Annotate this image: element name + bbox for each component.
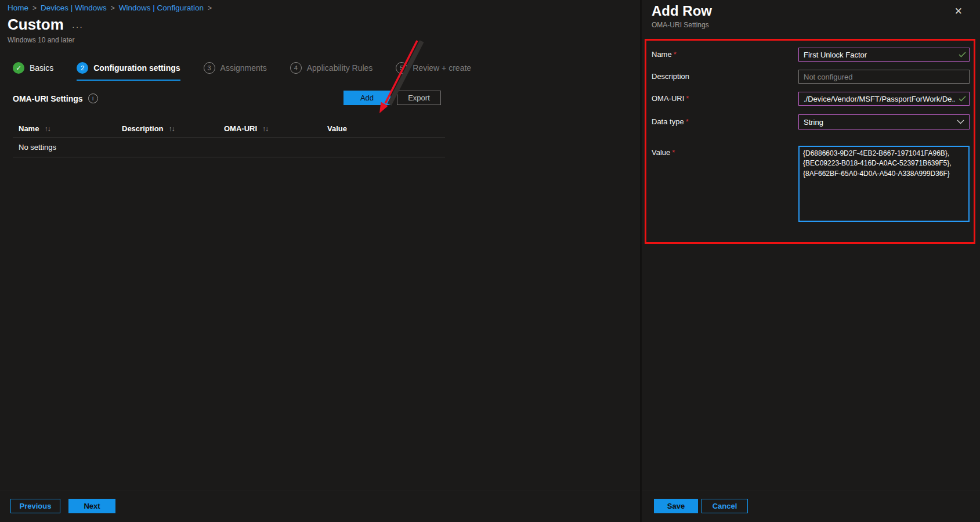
breadcrumb-windows-configuration[interactable]: Windows | Configuration [119,3,204,12]
column-header-description[interactable]: Description ↑↓ [116,124,218,133]
column-label: Value [327,124,347,133]
more-options-icon[interactable]: ··· [72,22,84,31]
breadcrumb-separator: > [111,4,115,12]
required-marker: * [674,50,677,59]
breadcrumb-separator: > [208,4,212,12]
panel-title: Add Row [652,3,712,19]
oma-uri-settings-table: Name ↑↓ Description ↑↓ OMA-URI ↑↓ Value … [13,120,445,157]
column-header-oma-uri[interactable]: OMA-URI ↑↓ [218,124,321,133]
description-field-wrap [798,70,970,84]
column-label: Description [122,124,164,133]
empty-table-message: No settings [13,138,445,157]
step-complete-icon: ✓ [13,62,24,74]
label-text: Data type [652,117,684,126]
selected-value: String [804,118,823,127]
sort-icon: ↑↓ [169,125,175,133]
label-text: Value [652,148,670,157]
sort-icon: ↑↓ [44,125,50,133]
oma-uri-settings-heading: OMA-URI Settings i [13,93,98,103]
page-subtitle: Windows 10 and later [8,36,74,44]
step-configuration-settings[interactable]: 2 Configuration settings [77,62,180,81]
column-label: OMA-URI [224,124,257,133]
oma-uri-input[interactable] [798,92,970,106]
column-label: Name [19,124,39,133]
column-header-value[interactable]: Value [321,124,445,133]
label-text: Description [652,72,689,81]
step-label: Review + create [413,63,471,73]
cancel-button[interactable]: Cancel [701,499,748,513]
step-review-create[interactable]: 5 Review + create [396,62,471,81]
oma-uri-field-wrap [798,92,970,106]
label-text: OMA-URI [652,94,684,103]
valid-check-icon [959,52,966,57]
step-number-icon: 2 [77,62,88,74]
chevron-down-icon [957,120,964,124]
data-type-field-label: Data type* [652,117,689,126]
step-label: Assignments [220,63,267,73]
export-button[interactable]: Export [397,91,441,105]
close-icon[interactable]: ✕ [954,5,963,17]
data-type-field-wrap: String [798,114,970,129]
breadcrumb: Home > Devices | Windows > Windows | Con… [8,3,212,12]
intune-configuration-page: Home > Devices | Windows > Windows | Con… [0,0,980,522]
panel-footer: Save Cancel [642,491,980,522]
add-button[interactable]: Add [343,91,390,105]
label-text: Name [652,50,672,59]
step-applicability-rules[interactable]: 4 Applicability Rules [290,62,373,81]
section-title: OMA-URI Settings [13,94,83,103]
panel-subtitle: OMA-URI Settings [652,21,709,29]
required-marker: * [672,148,675,157]
breadcrumb-home[interactable]: Home [8,3,28,12]
previous-button[interactable]: Previous [10,499,60,513]
step-number-icon: 3 [204,62,215,74]
name-field-label: Name* [652,50,677,59]
description-input[interactable] [798,70,970,84]
next-button[interactable]: Next [68,499,115,513]
step-number-icon: 5 [396,62,407,74]
step-basics[interactable]: ✓ Basics [13,62,53,81]
value-textarea[interactable]: {D6886603-9D2F-4EB2-B667-1971041FA96B}, … [798,146,970,222]
valid-check-icon [959,96,966,102]
step-label: Applicability Rules [307,63,373,73]
step-number-icon: 4 [290,62,302,74]
step-label: Basics [30,63,53,73]
data-type-dropdown[interactable]: String [798,114,970,129]
table-header-row: Name ↑↓ Description ↑↓ OMA-URI ↑↓ Value [13,120,445,138]
description-field-label: Description [652,72,689,81]
wizard-footer: Previous Next [0,491,640,522]
step-label: Configuration settings [93,63,180,73]
sort-icon: ↑↓ [262,125,268,133]
save-button[interactable]: Save [654,499,698,513]
value-field-label: Value* [652,148,675,157]
breadcrumb-separator: > [32,4,37,12]
name-input[interactable] [798,48,970,62]
wizard-steps: ✓ Basics 2 Configuration settings 3 Assi… [13,62,471,81]
page-title: Custom [8,16,64,34]
breadcrumb-devices-windows[interactable]: Devices | Windows [41,3,107,12]
column-header-name[interactable]: Name ↑↓ [13,124,116,133]
required-marker: * [686,117,689,126]
step-assignments[interactable]: 3 Assignments [204,62,267,81]
required-marker: * [686,94,689,103]
info-icon[interactable]: i [88,93,98,103]
oma-uri-field-label: OMA-URI* [652,94,689,103]
name-field-wrap [798,48,970,62]
